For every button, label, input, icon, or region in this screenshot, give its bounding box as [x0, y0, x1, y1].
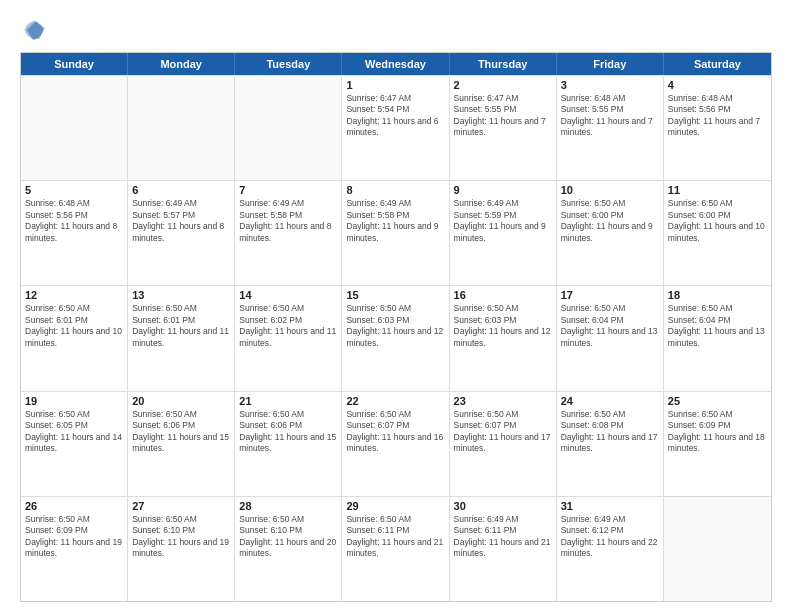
calendar-header: SundayMondayTuesdayWednesdayThursdayFrid…: [21, 53, 771, 75]
day-info: Sunrise: 6:49 AMSunset: 5:58 PMDaylight:…: [346, 198, 444, 244]
day-number: 4: [668, 79, 767, 91]
day-cell-9: 9Sunrise: 6:49 AMSunset: 5:59 PMDaylight…: [450, 181, 557, 285]
day-info: Sunrise: 6:50 AMSunset: 6:11 PMDaylight:…: [346, 514, 444, 560]
day-number: 12: [25, 289, 123, 301]
day-info: Sunrise: 6:50 AMSunset: 6:03 PMDaylight:…: [346, 303, 444, 349]
day-number: 3: [561, 79, 659, 91]
calendar: SundayMondayTuesdayWednesdayThursdayFrid…: [20, 52, 772, 602]
day-number: 23: [454, 395, 552, 407]
day-info: Sunrise: 6:50 AMSunset: 6:04 PMDaylight:…: [668, 303, 767, 349]
day-number: 22: [346, 395, 444, 407]
calendar-row-3: 12Sunrise: 6:50 AMSunset: 6:01 PMDayligh…: [21, 285, 771, 390]
day-cell-1: 1Sunrise: 6:47 AMSunset: 5:54 PMDaylight…: [342, 76, 449, 180]
day-info: Sunrise: 6:50 AMSunset: 6:05 PMDaylight:…: [25, 409, 123, 455]
day-cell-31: 31Sunrise: 6:49 AMSunset: 6:12 PMDayligh…: [557, 497, 664, 601]
day-number: 14: [239, 289, 337, 301]
day-cell-14: 14Sunrise: 6:50 AMSunset: 6:02 PMDayligh…: [235, 286, 342, 390]
day-info: Sunrise: 6:50 AMSunset: 6:00 PMDaylight:…: [561, 198, 659, 244]
day-info: Sunrise: 6:50 AMSunset: 6:04 PMDaylight:…: [561, 303, 659, 349]
calendar-row-5: 26Sunrise: 6:50 AMSunset: 6:09 PMDayligh…: [21, 496, 771, 601]
day-number: 13: [132, 289, 230, 301]
day-number: 27: [132, 500, 230, 512]
day-cell-13: 13Sunrise: 6:50 AMSunset: 6:01 PMDayligh…: [128, 286, 235, 390]
day-number: 16: [454, 289, 552, 301]
day-number: 21: [239, 395, 337, 407]
day-cell-7: 7Sunrise: 6:49 AMSunset: 5:58 PMDaylight…: [235, 181, 342, 285]
day-info: Sunrise: 6:50 AMSunset: 6:00 PMDaylight:…: [668, 198, 767, 244]
header-day-wednesday: Wednesday: [342, 53, 449, 75]
day-info: Sunrise: 6:50 AMSunset: 6:03 PMDaylight:…: [454, 303, 552, 349]
empty-cell: [235, 76, 342, 180]
day-info: Sunrise: 6:50 AMSunset: 6:01 PMDaylight:…: [132, 303, 230, 349]
day-cell-2: 2Sunrise: 6:47 AMSunset: 5:55 PMDaylight…: [450, 76, 557, 180]
day-cell-24: 24Sunrise: 6:50 AMSunset: 6:08 PMDayligh…: [557, 392, 664, 496]
logo: [20, 16, 52, 44]
day-cell-11: 11Sunrise: 6:50 AMSunset: 6:00 PMDayligh…: [664, 181, 771, 285]
header-day-sunday: Sunday: [21, 53, 128, 75]
day-cell-17: 17Sunrise: 6:50 AMSunset: 6:04 PMDayligh…: [557, 286, 664, 390]
day-info: Sunrise: 6:47 AMSunset: 5:54 PMDaylight:…: [346, 93, 444, 139]
header-day-saturday: Saturday: [664, 53, 771, 75]
day-cell-21: 21Sunrise: 6:50 AMSunset: 6:06 PMDayligh…: [235, 392, 342, 496]
day-cell-15: 15Sunrise: 6:50 AMSunset: 6:03 PMDayligh…: [342, 286, 449, 390]
calendar-row-2: 5Sunrise: 6:48 AMSunset: 5:56 PMDaylight…: [21, 180, 771, 285]
day-info: Sunrise: 6:50 AMSunset: 6:10 PMDaylight:…: [239, 514, 337, 560]
day-number: 30: [454, 500, 552, 512]
day-number: 9: [454, 184, 552, 196]
calendar-row-1: 1Sunrise: 6:47 AMSunset: 5:54 PMDaylight…: [21, 75, 771, 180]
day-cell-30: 30Sunrise: 6:49 AMSunset: 6:11 PMDayligh…: [450, 497, 557, 601]
day-info: Sunrise: 6:47 AMSunset: 5:55 PMDaylight:…: [454, 93, 552, 139]
day-info: Sunrise: 6:49 AMSunset: 5:58 PMDaylight:…: [239, 198, 337, 244]
empty-cell: [664, 497, 771, 601]
day-number: 8: [346, 184, 444, 196]
day-number: 19: [25, 395, 123, 407]
day-cell-12: 12Sunrise: 6:50 AMSunset: 6:01 PMDayligh…: [21, 286, 128, 390]
day-info: Sunrise: 6:49 AMSunset: 5:57 PMDaylight:…: [132, 198, 230, 244]
day-number: 11: [668, 184, 767, 196]
day-number: 20: [132, 395, 230, 407]
day-number: 5: [25, 184, 123, 196]
page: SundayMondayTuesdayWednesdayThursdayFrid…: [0, 0, 792, 612]
day-cell-8: 8Sunrise: 6:49 AMSunset: 5:58 PMDaylight…: [342, 181, 449, 285]
day-info: Sunrise: 6:50 AMSunset: 6:10 PMDaylight:…: [132, 514, 230, 560]
day-number: 24: [561, 395, 659, 407]
day-info: Sunrise: 6:49 AMSunset: 5:59 PMDaylight:…: [454, 198, 552, 244]
day-cell-3: 3Sunrise: 6:48 AMSunset: 5:55 PMDaylight…: [557, 76, 664, 180]
day-cell-16: 16Sunrise: 6:50 AMSunset: 6:03 PMDayligh…: [450, 286, 557, 390]
calendar-body: 1Sunrise: 6:47 AMSunset: 5:54 PMDaylight…: [21, 75, 771, 601]
day-info: Sunrise: 6:50 AMSunset: 6:06 PMDaylight:…: [132, 409, 230, 455]
day-info: Sunrise: 6:50 AMSunset: 6:06 PMDaylight:…: [239, 409, 337, 455]
day-info: Sunrise: 6:50 AMSunset: 6:09 PMDaylight:…: [668, 409, 767, 455]
day-cell-28: 28Sunrise: 6:50 AMSunset: 6:10 PMDayligh…: [235, 497, 342, 601]
day-cell-4: 4Sunrise: 6:48 AMSunset: 5:56 PMDaylight…: [664, 76, 771, 180]
day-info: Sunrise: 6:50 AMSunset: 6:02 PMDaylight:…: [239, 303, 337, 349]
day-cell-29: 29Sunrise: 6:50 AMSunset: 6:11 PMDayligh…: [342, 497, 449, 601]
day-number: 10: [561, 184, 659, 196]
day-cell-10: 10Sunrise: 6:50 AMSunset: 6:00 PMDayligh…: [557, 181, 664, 285]
day-number: 1: [346, 79, 444, 91]
day-number: 2: [454, 79, 552, 91]
day-cell-22: 22Sunrise: 6:50 AMSunset: 6:07 PMDayligh…: [342, 392, 449, 496]
day-number: 18: [668, 289, 767, 301]
header-day-friday: Friday: [557, 53, 664, 75]
day-cell-27: 27Sunrise: 6:50 AMSunset: 6:10 PMDayligh…: [128, 497, 235, 601]
day-info: Sunrise: 6:48 AMSunset: 5:56 PMDaylight:…: [25, 198, 123, 244]
day-number: 29: [346, 500, 444, 512]
header-day-monday: Monday: [128, 53, 235, 75]
day-cell-26: 26Sunrise: 6:50 AMSunset: 6:09 PMDayligh…: [21, 497, 128, 601]
day-info: Sunrise: 6:50 AMSunset: 6:09 PMDaylight:…: [25, 514, 123, 560]
day-cell-18: 18Sunrise: 6:50 AMSunset: 6:04 PMDayligh…: [664, 286, 771, 390]
day-info: Sunrise: 6:49 AMSunset: 6:11 PMDaylight:…: [454, 514, 552, 560]
logo-icon: [20, 16, 48, 44]
day-cell-20: 20Sunrise: 6:50 AMSunset: 6:06 PMDayligh…: [128, 392, 235, 496]
day-number: 28: [239, 500, 337, 512]
day-info: Sunrise: 6:48 AMSunset: 5:55 PMDaylight:…: [561, 93, 659, 139]
day-info: Sunrise: 6:50 AMSunset: 6:07 PMDaylight:…: [454, 409, 552, 455]
empty-cell: [21, 76, 128, 180]
header-day-thursday: Thursday: [450, 53, 557, 75]
day-info: Sunrise: 6:50 AMSunset: 6:08 PMDaylight:…: [561, 409, 659, 455]
day-number: 6: [132, 184, 230, 196]
header-day-tuesday: Tuesday: [235, 53, 342, 75]
header: [20, 16, 772, 44]
day-info: Sunrise: 6:49 AMSunset: 6:12 PMDaylight:…: [561, 514, 659, 560]
